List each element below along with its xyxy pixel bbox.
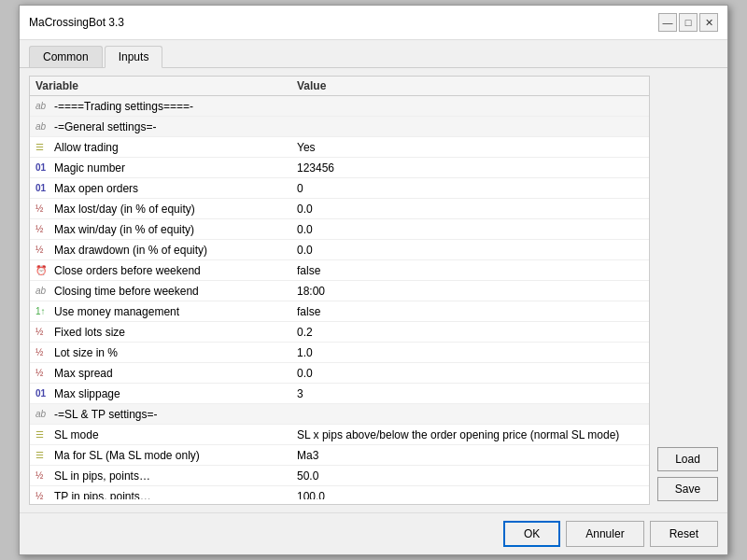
row-value: 0.0	[297, 203, 643, 216]
table-row[interactable]: ½Max win/day (in % of equity)0.0	[30, 219, 649, 240]
row-value: false	[297, 305, 643, 318]
row-value: 3	[297, 387, 643, 400]
row-label: Ma for SL (Ma SL mode only)	[54, 449, 297, 462]
table-row[interactable]: ½Lot size in %1.0	[30, 343, 649, 363]
ok-button[interactable]: OK	[503, 521, 560, 547]
row-label: Use money management	[54, 305, 297, 318]
title-bar-buttons: — □ ✕	[658, 13, 718, 32]
row-label: -=SL & TP settings=-	[54, 408, 297, 421]
reset-button[interactable]: Reset	[650, 521, 718, 547]
load-button[interactable]: Load	[657, 447, 718, 471]
row-label: Fixed lots size	[54, 326, 297, 339]
table-row[interactable]: ½Max spread0.0	[30, 363, 649, 384]
tab-bar: Common Inputs	[20, 40, 727, 68]
chart-icon: 1↑	[35, 306, 54, 316]
frac-icon: ½	[35, 245, 54, 255]
row-value: 0.0	[297, 223, 643, 236]
window-title: MaCrossingBot 3.3	[29, 16, 124, 29]
table-row[interactable]: ☰Ma for SL (Ma SL mode only)Ma3	[30, 445, 649, 466]
col-variable-header: Variable	[35, 79, 297, 92]
table-row[interactable]: 01Magic number123456	[30, 158, 649, 178]
row-value: 0.2	[297, 326, 643, 339]
coin-icon: ☰	[35, 429, 54, 440]
frac-icon: ½	[35, 203, 54, 214]
table-row[interactable]: ☰Allow tradingYes	[30, 137, 649, 158]
frac-icon: ½	[35, 368, 54, 378]
annuler-button[interactable]: Annuler	[566, 521, 643, 547]
row-label: Max win/day (in % of equity)	[54, 223, 297, 236]
row-value: 18:00	[297, 285, 643, 298]
frac-icon: ½	[35, 347, 54, 357]
table-row[interactable]: ½Max drawdown (in % of equity)0.0	[30, 240, 649, 260]
row-value: SL x pips above/below the order opening …	[297, 428, 643, 441]
row-label: TP in pips, points…	[54, 490, 297, 500]
ab-icon: ab	[35, 409, 54, 419]
row-value: 100.0	[297, 490, 643, 500]
row-value: 0.0	[297, 367, 643, 380]
row-value: Yes	[297, 141, 643, 154]
row-label: Magic number	[54, 161, 297, 175]
row-label: Close orders before weekend	[54, 264, 297, 277]
table-row[interactable]: abClosing time before weekend18:00	[30, 281, 649, 301]
save-button[interactable]: Save	[657, 477, 718, 501]
frac-icon: ½	[35, 470, 54, 481]
ab-icon: ab	[35, 101, 54, 111]
table-row[interactable]: ½SL in pips, points…50.0	[30, 466, 649, 486]
minimize-button[interactable]: —	[658, 13, 677, 32]
title-bar: MaCrossingBot 3.3 — □ ✕	[20, 6, 727, 40]
table-row[interactable]: 01Max open orders0	[30, 178, 649, 199]
side-buttons: Load Save	[657, 76, 718, 505]
row-label: -====Trading settings====-	[54, 100, 297, 113]
tab-inputs[interactable]: Inputs	[105, 46, 163, 68]
row-label: Allow trading	[54, 141, 297, 154]
row-label: Closing time before weekend	[54, 285, 297, 298]
ab-icon: ab	[35, 121, 54, 132]
maximize-button[interactable]: □	[679, 13, 698, 32]
table-row[interactable]: 1↑Use money managementfalse	[30, 301, 649, 322]
row-label: Max drawdown (in % of equity)	[54, 244, 297, 257]
table-row[interactable]: ab-====Trading settings====-	[30, 96, 649, 117]
frac-icon: ½	[35, 491, 54, 499]
table-header: Variable Value	[30, 77, 649, 96]
01-icon: 01	[35, 183, 54, 193]
coin-icon: ☰	[35, 450, 54, 460]
tab-common[interactable]: Common	[29, 46, 103, 67]
frac-icon: ½	[35, 224, 54, 234]
row-value: 1.0	[297, 346, 643, 359]
row-value: 50.0	[297, 469, 643, 483]
row-label: SL in pips, points…	[54, 469, 297, 483]
row-label: Max open orders	[54, 182, 297, 195]
row-value: 123456	[297, 161, 643, 175]
row-label: -=General settings=-	[54, 120, 297, 133]
coin-icon: ☰	[35, 142, 54, 152]
table-row[interactable]: ☰SL modeSL x pips above/below the order …	[30, 425, 649, 445]
table-row[interactable]: 01Max slippage3	[30, 384, 649, 404]
clock-icon: ⏰	[35, 265, 54, 275]
row-value: false	[297, 264, 643, 277]
row-value: 0	[297, 182, 643, 195]
01-icon: 01	[35, 388, 54, 399]
row-label: Lot size in %	[54, 346, 297, 359]
table-row[interactable]: ½Fixed lots size0.2	[30, 322, 649, 343]
table-row[interactable]: ½Max lost/day (in % of equity)0.0	[30, 199, 649, 219]
row-label: Max slippage	[54, 387, 297, 400]
close-button[interactable]: ✕	[699, 13, 718, 32]
01-icon: 01	[35, 162, 54, 173]
row-value: 0.0	[297, 244, 643, 257]
main-window: MaCrossingBot 3.3 — □ ✕ Common Inputs Va…	[19, 5, 728, 555]
table-row[interactable]: ½TP in pips, points…100.0	[30, 486, 649, 499]
row-label: SL mode	[54, 428, 297, 441]
row-value: Ma3	[297, 449, 643, 462]
frac-icon: ½	[35, 327, 54, 337]
row-label: Max spread	[54, 367, 297, 380]
inputs-table: Variable Value ab-====Trading settings==…	[29, 76, 650, 505]
bottom-bar: OK Annuler Reset	[20, 512, 727, 554]
table-row[interactable]: ⏰Close orders before weekendfalse	[30, 260, 649, 281]
col-value-header: Value	[297, 79, 643, 92]
table-row[interactable]: ab-=General settings=-	[30, 117, 649, 137]
ab-icon: ab	[35, 286, 54, 296]
table-body[interactable]: ab-====Trading settings====-ab-=General …	[30, 96, 649, 499]
main-content: Variable Value ab-====Trading settings==…	[20, 68, 727, 512]
table-row[interactable]: ab-=SL & TP settings=-	[30, 404, 649, 425]
row-label: Max lost/day (in % of equity)	[54, 203, 297, 216]
